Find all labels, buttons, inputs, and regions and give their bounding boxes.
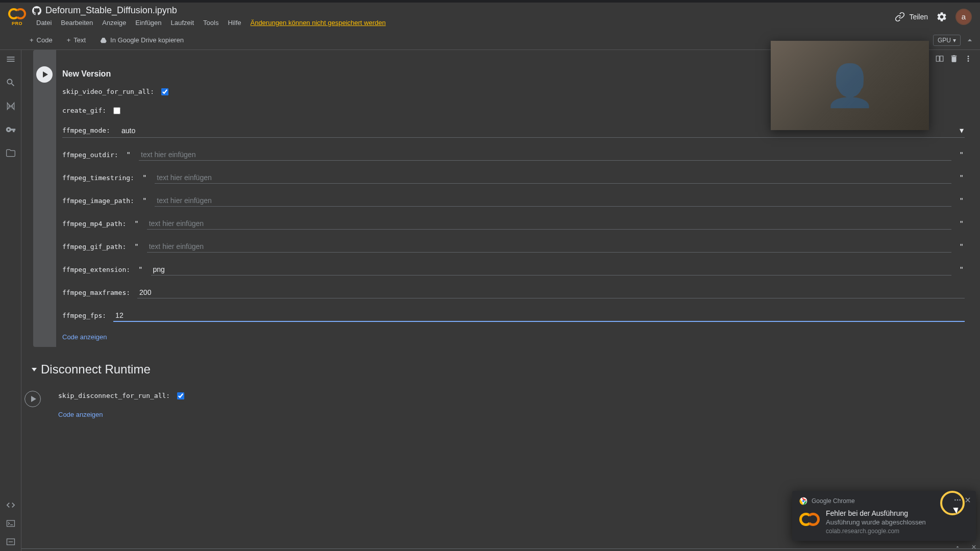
colab-logo-icon	[799, 509, 820, 530]
section-title: Disconnect Runtime	[41, 362, 151, 377]
close-icon[interactable]	[964, 496, 972, 504]
chevron-up-icon[interactable]	[965, 35, 975, 45]
run-cell-button[interactable]	[24, 391, 41, 407]
code-snippets-icon[interactable]	[6, 500, 16, 510]
ffmpeg-fps-input[interactable]	[113, 310, 965, 322]
link-icon	[895, 12, 905, 22]
menu-help[interactable]: Hilfe	[224, 17, 245, 28]
github-icon	[32, 6, 41, 15]
command-palette-icon[interactable]	[6, 537, 16, 547]
mirror-icon[interactable]	[935, 54, 944, 63]
quote-close: "	[960, 242, 964, 251]
runtime-selector[interactable]: GPU ▾	[933, 35, 961, 46]
menu-tools[interactable]: Tools	[199, 17, 223, 28]
key-icon[interactable]	[6, 124, 16, 135]
more-icon[interactable]	[964, 54, 973, 63]
quote-open: "	[134, 219, 138, 228]
colab-logo: PRO	[8, 7, 26, 27]
svg-point-6	[959, 499, 961, 501]
add-code-label: Code	[37, 36, 53, 44]
skip-video-label: skip_video_for_run_all:	[62, 88, 154, 95]
notification-app: Google Chrome	[812, 497, 855, 505]
more-icon[interactable]	[953, 496, 962, 504]
show-code-link[interactable]: Code anzeigen	[58, 411, 965, 418]
svg-point-5	[957, 499, 959, 501]
terminal-icon[interactable]	[6, 518, 16, 529]
delete-icon[interactable]	[949, 54, 959, 63]
menu-view[interactable]: Anzeige	[98, 17, 130, 28]
copy-drive-label: In Google Drive kopieren	[110, 36, 184, 44]
menu-bar: Datei Bearbeiten Anzeige Einfügen Laufze…	[32, 17, 390, 28]
cell-disconnect: skip_disconnect_for_run_all: Code anzeig…	[42, 386, 980, 424]
menu-insert[interactable]: Einfügen	[131, 17, 165, 28]
chevron-down-icon: ▾	[953, 37, 956, 44]
quote-close: "	[960, 151, 964, 159]
skip-disconnect-checkbox[interactable]	[177, 392, 184, 399]
ffmpeg-extension-label: ffmpeg_extension:	[62, 266, 130, 273]
share-label: Teilen	[909, 13, 928, 21]
skip-disconnect-label: skip_disconnect_for_run_all:	[58, 392, 170, 399]
show-code-link[interactable]: Code anzeigen	[62, 333, 965, 341]
avatar[interactable]: a	[955, 9, 972, 25]
ffmpeg-fps-label: ffmpeg_fps:	[62, 312, 106, 319]
quote-open: "	[138, 265, 142, 273]
notification-url: colab.research.google.com	[826, 528, 926, 535]
plus-icon: +	[30, 36, 34, 44]
ffmpeg-timestring-label: ffmpeg_timestring:	[62, 174, 134, 182]
create-gif-label: create_gif:	[62, 107, 106, 114]
ffmpeg-outdir-input[interactable]	[139, 149, 951, 161]
svg-point-4	[954, 499, 956, 501]
menu-file[interactable]: Datei	[32, 17, 56, 28]
runtime-type-label: GPU	[938, 37, 951, 44]
menu-runtime[interactable]: Laufzeit	[167, 17, 199, 28]
ffmpeg-maxframes-label: ffmpeg_maxframes:	[62, 289, 130, 296]
ffmpeg-extension-input[interactable]	[151, 264, 951, 276]
quote-close: "	[960, 173, 964, 182]
variables-icon[interactable]: {x}	[6, 101, 16, 111]
chevron-down-icon	[32, 368, 37, 371]
ffmpeg-mp4-path-label: ffmpeg_mp4_path:	[62, 220, 126, 228]
quote-open: "	[127, 151, 131, 159]
search-icon[interactable]	[6, 78, 16, 88]
left-rail: {x}	[0, 50, 21, 551]
webcam-overlay	[771, 41, 929, 130]
ffmpeg-gif-path-label: ffmpeg_gif_path:	[62, 243, 126, 251]
ffmpeg-mp4-path-input[interactable]	[147, 218, 951, 230]
folder-icon[interactable]	[6, 148, 16, 158]
svg-rect-1	[7, 520, 14, 527]
ffmpeg-maxframes-input[interactable]	[137, 287, 965, 298]
drive-icon	[100, 37, 107, 44]
quote-close: "	[960, 196, 964, 205]
copy-to-drive-button[interactable]: In Google Drive kopieren	[96, 34, 188, 46]
ffmpeg-outdir-label: ffmpeg_outdir:	[62, 151, 118, 159]
quote-close: "	[960, 219, 964, 228]
svg-text:{x}: {x}	[8, 104, 13, 109]
app-header: PRO Deforum_Stable_Diffusion.ipynb Datei…	[0, 3, 980, 31]
document-title[interactable]: Deforum_Stable_Diffusion.ipynb	[45, 5, 177, 16]
skip-video-checkbox[interactable]	[161, 88, 168, 95]
quote-open: "	[142, 173, 146, 182]
chevron-up-icon[interactable]	[954, 544, 961, 550]
ffmpeg-timestring-input[interactable]	[155, 172, 951, 184]
ffmpeg-image-path-label: ffmpeg_image_path:	[62, 197, 134, 205]
close-icon[interactable]	[971, 544, 977, 550]
menu-edit[interactable]: Bearbeiten	[57, 17, 97, 28]
add-text-button[interactable]: + Text	[63, 34, 90, 46]
toc-icon[interactable]	[6, 54, 16, 64]
section-disconnect-runtime[interactable]: Disconnect Runtime	[32, 362, 980, 377]
save-warning[interactable]: Änderungen können nicht gespeichert werd…	[246, 17, 389, 28]
bottom-panel-handle[interactable]	[21, 548, 980, 551]
share-button[interactable]: Teilen	[895, 12, 928, 22]
notification-message: Ausführung wurde abgeschlossen	[826, 518, 926, 526]
ffmpeg-gif-path-input[interactable]	[147, 241, 951, 253]
notification-title: Fehler bei der Ausführung	[826, 509, 926, 517]
quote-open: "	[134, 242, 138, 251]
run-cell-button[interactable]	[36, 66, 53, 83]
create-gif-checkbox[interactable]	[113, 107, 120, 114]
ffmpeg-image-path-input[interactable]	[155, 195, 951, 207]
gear-icon[interactable]	[936, 11, 947, 22]
add-code-button[interactable]: + Code	[26, 34, 57, 46]
notification-toast[interactable]: Google Chrome Fehler bei der Ausführung …	[792, 491, 976, 541]
chevron-down-icon: ▾	[960, 126, 964, 135]
pro-badge: PRO	[12, 21, 22, 26]
